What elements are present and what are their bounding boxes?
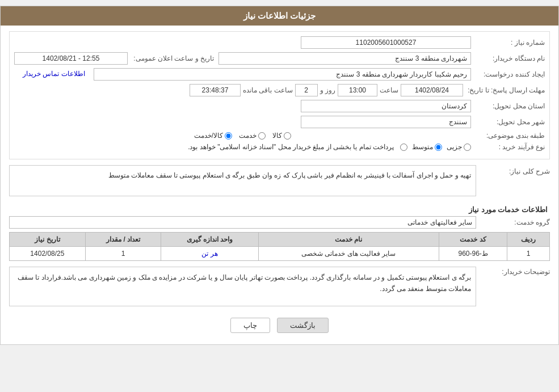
province-label: استان محل تحویل: xyxy=(471,102,545,110)
response-remaining-label: ساعت باقی مانده xyxy=(241,86,295,94)
back-button[interactable]: بازگشت xyxy=(277,318,329,333)
announce-value: 1402/08/21 - 12:55 xyxy=(14,52,128,65)
response-days-label: روز و xyxy=(318,86,338,94)
col-header-name: نام خدمت xyxy=(258,233,439,247)
province-value: کردستان xyxy=(301,100,471,112)
creator-label: ایجاد کننده درخواست: xyxy=(471,70,545,78)
category-option-goods-service[interactable]: کالا/خدمت xyxy=(194,132,232,140)
page-header: جزئیات اطلاعات نیاز xyxy=(1,6,558,26)
buyer-notes-label: توضیحات خریدار: xyxy=(476,267,550,276)
response-time-label: ساعت xyxy=(377,86,401,94)
response-time-value: 13:00 xyxy=(338,84,377,96)
col-header-unit: واحد اندازه گیری xyxy=(161,233,258,247)
category-label: طبقه بندی موضوعی: xyxy=(471,132,545,140)
page-title: جزئیات اطلاعات نیاز xyxy=(243,11,316,20)
cell-count: 1 xyxy=(85,247,161,261)
col-header-date: تاریخ نیاز xyxy=(10,233,86,247)
purchase-type-label: نوع فرآیند خرید : xyxy=(471,143,545,151)
announce-label: تاریخ و ساعت اعلان عمومی: xyxy=(128,54,218,62)
services-section-title: اطلاعات خدمات مورد نیاز xyxy=(9,205,550,214)
print-button[interactable]: چاپ xyxy=(230,318,270,333)
col-header-code: کد خدمت xyxy=(439,233,507,247)
table-row: 1 ط-96-960 سایر فعالیت های خدماتی شخصی ه… xyxy=(10,247,550,261)
description-value: تهیه و حمل و اجرای آسفالت با فینیشر به ا… xyxy=(9,165,476,196)
creator-value: رحیم شکیبا کاربردار شهرداری منطقه 3 سنند… xyxy=(94,68,471,81)
service-group-value: سایر فعالیتهای خدماتی xyxy=(9,216,476,229)
response-date-value: 1402/08/24 xyxy=(401,84,463,96)
purchase-note: پرداخت تمام یا بخشی از مبلغ خریدار محل "… xyxy=(14,143,394,151)
city-label: شهر محل تحویل: xyxy=(471,118,545,126)
response-days-value: 2 xyxy=(295,84,318,96)
cell-rownum: 1 xyxy=(507,247,550,261)
cell-name: سایر فعالیت های خدماتی شخصی xyxy=(258,247,439,261)
cell-code: ط-96-960 xyxy=(439,247,507,261)
purchase-option-partial[interactable]: جزیی xyxy=(447,143,471,151)
buyer-org-label: نام دستگاه خریدار: xyxy=(471,54,545,62)
services-table: ردیف کد خدمت نام خدمت واحد اندازه گیری ت… xyxy=(9,232,550,261)
category-option-service[interactable]: خدمت xyxy=(239,132,266,140)
need-number-value: 1102005601000527 xyxy=(301,36,471,49)
response-remaining-value: 23:48:37 xyxy=(190,84,241,96)
category-options: کالا خدمت کالا/خدمت xyxy=(14,132,471,140)
buyer-org-value: شهرداری منطقه 3 سنندج xyxy=(218,52,471,65)
creator-contact-link[interactable]: اطلاعات تماس خریدار xyxy=(14,68,94,81)
purchase-option-other[interactable] xyxy=(398,144,407,151)
need-number-label: شماره نیاز : xyxy=(471,39,545,47)
response-deadline-label: مهلت ارسال پاسخ: تا تاریخ: xyxy=(463,86,545,94)
description-label: شرح کلی نیاز: xyxy=(476,165,550,175)
purchase-option-medium[interactable]: متوسط xyxy=(412,143,442,151)
action-buttons: بازگشت چاپ xyxy=(9,318,550,333)
city-value: سنندج xyxy=(301,116,471,128)
buyer-notes-value: برگه ی استعلام پیوستی تکمیل و در سامانه … xyxy=(9,267,476,306)
cell-date: 1402/08/25 xyxy=(10,247,86,261)
col-header-rownum: ردیف xyxy=(507,233,550,247)
category-option-goods[interactable]: کالا xyxy=(272,132,291,140)
service-group-label: گروه خدمت: xyxy=(476,218,550,226)
cell-unit[interactable]: هر تن xyxy=(161,247,258,261)
purchase-type-options: جزیی متوسط پرداخت تمام یا بخشی از مبلغ خ… xyxy=(14,143,471,151)
col-header-count: تعداد / مقدار xyxy=(85,233,161,247)
